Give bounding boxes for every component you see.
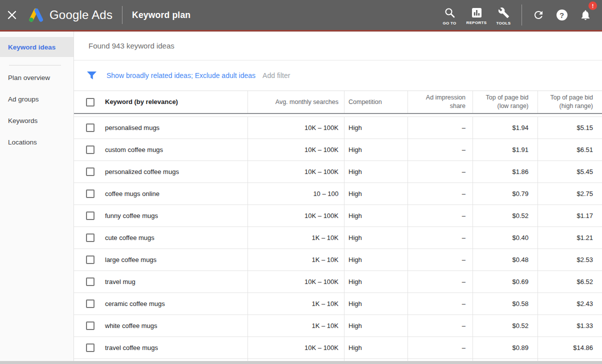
sidebar-item-keyword-ideas[interactable]: Keyword ideas: [0, 37, 74, 57]
keyword-cell: travel coffee mugs: [105, 337, 248, 358]
tools-button[interactable]: TOOLS: [490, 0, 517, 30]
competition-cell: High: [344, 315, 408, 336]
row-checkbox[interactable]: [74, 227, 105, 248]
column-header-searches[interactable]: Avg. monthly searches: [248, 91, 344, 113]
competition-cell: High: [344, 205, 408, 226]
row-checkbox[interactable]: [74, 183, 105, 204]
low-bid-cell: $0.79: [472, 183, 538, 204]
select-all-checkbox[interactable]: [74, 98, 105, 106]
row-checkbox[interactable]: [74, 117, 105, 138]
help-button[interactable]: ?: [550, 0, 574, 30]
table-row[interactable]: personalised mugs 10K – 100K High – $1.9…: [74, 117, 602, 139]
high-bid-cell: $6.51: [538, 139, 602, 160]
row-checkbox[interactable]: [74, 205, 105, 226]
keyword-cell: travel mug: [105, 271, 248, 292]
keyword-cell: personalized coffee mugs: [105, 161, 248, 182]
row-checkbox[interactable]: [74, 337, 105, 358]
table-row[interactable]: white coffee mugs 1K – 10K High – $0.52 …: [74, 315, 602, 337]
high-bid-cell: $2.75: [538, 183, 602, 204]
searches-cell: 10K – 100K: [248, 139, 344, 160]
table-row[interactable]: personalized coffee mugs 10K – 100K High…: [74, 161, 602, 183]
keyword-cell: coffee mugs online: [105, 183, 248, 204]
impression-share-cell: –: [408, 271, 472, 292]
horizontal-scrollbar[interactable]: [0, 361, 602, 364]
row-checkbox[interactable]: [74, 249, 105, 270]
bar-chart-icon: [472, 8, 482, 20]
filter-bar: Show broadly related ideas; Exclude adul…: [74, 60, 602, 90]
impression-share-cell: –: [408, 183, 472, 204]
competition-cell: High: [344, 293, 408, 314]
table-row[interactable]: funny coffee mugs 10K – 100K High – $0.5…: [74, 205, 602, 227]
sidebar: Keyword ideas Plan overview Ad groups Ke…: [0, 32, 74, 364]
keyword-table: Keyword (by relevance) Avg. monthly sear…: [74, 90, 602, 364]
topbar: Google Ads Keyword plan GO TO REPORTS: [0, 0, 602, 30]
help-icon: ?: [556, 10, 568, 20]
table-body: personalised mugs 10K – 100K High – $1.9…: [74, 117, 602, 364]
keyword-cell: white coffee mugs: [105, 315, 248, 336]
column-header-keyword[interactable]: Keyword (by relevance): [105, 98, 248, 106]
column-header-competition[interactable]: Competition: [344, 91, 408, 113]
table-row[interactable]: travel mug 10K – 100K High – $0.69 $6.52: [74, 271, 602, 293]
searches-cell: 10K – 100K: [248, 271, 344, 292]
high-bid-cell: $5.15: [538, 117, 602, 138]
table-row[interactable]: coffee mugs online 10 – 100 High – $0.79…: [74, 183, 602, 205]
google-ads-app: Google Ads Keyword plan GO TO REPORTS: [0, 0, 602, 364]
keyword-cell: funny coffee mugs: [105, 205, 248, 226]
impression-share-cell: –: [408, 227, 472, 248]
sidebar-item-plan-overview[interactable]: Plan overview: [0, 67, 74, 88]
refresh-icon: [532, 9, 544, 21]
page-title: Keyword plan: [132, 10, 190, 20]
column-header-impression-share[interactable]: Ad impression share: [408, 91, 472, 113]
competition-cell: High: [344, 227, 408, 248]
searches-cell: 10K – 100K: [248, 205, 344, 226]
competition-cell: High: [344, 139, 408, 160]
column-header-low-bid[interactable]: Top of page bid (low range): [472, 91, 538, 113]
table-row[interactable]: custom coffee mugs 10K – 100K High – $1.…: [74, 139, 602, 161]
table-row[interactable]: travel coffee mugs 10K – 100K High – $0.…: [74, 337, 602, 359]
row-checkbox[interactable]: [74, 161, 105, 182]
searches-cell: 1K – 10K: [248, 227, 344, 248]
filter-icon: [86, 71, 97, 80]
high-bid-cell: $1.33: [538, 315, 602, 336]
sidebar-divider: [9, 65, 61, 66]
notification-badge: !: [588, 2, 597, 10]
competition-cell: High: [344, 337, 408, 358]
row-checkbox[interactable]: [74, 315, 105, 336]
column-header-high-bid[interactable]: Top of page bid (high range): [538, 91, 602, 113]
main-content: Found 943 keyword ideas Show broadly rel…: [74, 32, 602, 364]
table-row[interactable]: ceramic coffee mugs 1K – 10K High – $0.5…: [74, 293, 602, 315]
row-checkbox[interactable]: [74, 271, 105, 292]
low-bid-cell: $1.94: [472, 117, 538, 138]
topbar-divider-2: [522, 4, 522, 26]
searches-cell: 10K – 100K: [248, 161, 344, 182]
searches-cell: 10K – 100K: [248, 337, 344, 358]
reports-button[interactable]: REPORTS: [463, 0, 490, 30]
go-to-button[interactable]: GO TO: [436, 0, 463, 30]
sidebar-item-keywords[interactable]: Keywords: [0, 110, 74, 132]
table-row[interactable]: cute coffee mugs 1K – 10K High – $0.40 $…: [74, 227, 602, 249]
close-icon[interactable]: [0, 0, 24, 30]
sidebar-item-locations[interactable]: Locations: [0, 132, 74, 153]
competition-cell: High: [344, 161, 408, 182]
add-filter-button[interactable]: Add filter: [262, 72, 290, 80]
sidebar-item-ad-groups[interactable]: Ad groups: [0, 88, 74, 110]
competition-cell: High: [344, 183, 408, 204]
high-bid-cell: $5.45: [538, 161, 602, 182]
impression-share-cell: –: [408, 205, 472, 226]
table-row[interactable]: large coffee mugs 1K – 10K High – $0.48 …: [74, 249, 602, 271]
refresh-button[interactable]: [526, 0, 550, 30]
searches-cell: 1K – 10K: [248, 315, 344, 336]
keyword-cell: personalised mugs: [105, 117, 248, 138]
competition-cell: High: [344, 249, 408, 270]
high-bid-cell: $1.17: [538, 205, 602, 226]
notifications-button[interactable]: !: [574, 0, 597, 30]
brand-name: Google Ads: [50, 8, 112, 22]
low-bid-cell: $0.69: [472, 271, 538, 292]
applied-filters-link[interactable]: Show broadly related ideas; Exclude adul…: [106, 72, 256, 80]
searches-cell: 10 – 100: [248, 183, 344, 204]
high-bid-cell: $2.43: [538, 293, 602, 314]
table-header: Keyword (by relevance) Avg. monthly sear…: [74, 90, 602, 114]
low-bid-cell: $0.89: [472, 337, 538, 358]
row-checkbox[interactable]: [74, 139, 105, 160]
row-checkbox[interactable]: [74, 293, 105, 314]
